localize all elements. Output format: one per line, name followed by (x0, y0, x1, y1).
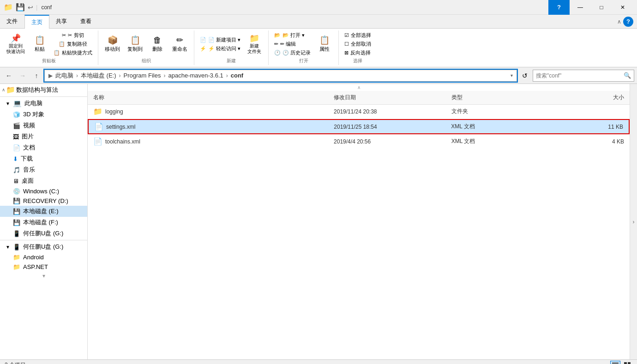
sidebar-item-local-f[interactable]: 💾 本地磁盘 (F:) (0, 217, 87, 228)
title-icons: 📁 💾 ↩ | (4, 3, 37, 12)
sidebar-scroll-down[interactable]: ▾ (0, 272, 87, 280)
tab-share[interactable]: 共享 (49, 15, 74, 28)
sidebar-item-downloads[interactable]: ⬇ 下载 (0, 153, 87, 164)
select-none-icon: ☐ (344, 41, 349, 47)
ribbon-collapse-icon[interactable]: ∧ (617, 18, 621, 25)
minimize-button[interactable]: — (570, 0, 591, 15)
open-buttons: 📂 📂 打开 ▾ ✏ ✏ 编辑 🕐 🕐 历史记录 📋 属性 (272, 31, 335, 57)
sidebar-item-pictures[interactable]: 🖼 图片 (0, 131, 87, 142)
cut-button[interactable]: ✂ ✂ 剪切 (52, 31, 94, 39)
file-row-toolchains[interactable]: 📄 toolchains.xml 2019/4/4 20:56 XML 文档 4… (88, 135, 630, 149)
sidebar-label-local-f: 本地磁盘 (F:) (23, 218, 58, 227)
sidebar-item-windows-c[interactable]: 💿 Windows (C:) (0, 186, 87, 196)
file-type-logging: 文件夹 (450, 107, 546, 116)
organize-buttons: 📦 移动到 📋 复制到 🗑 删除 ✏ 重命名 (102, 31, 190, 57)
col-header-type[interactable]: 类型 (450, 93, 546, 102)
sidebar-item-videos[interactable]: 🎬 视频 (0, 120, 87, 131)
xml-icon-settings: 📄 (94, 122, 103, 131)
maximize-button[interactable]: □ (591, 0, 612, 15)
sidebar-item-label-data: 数据结构与算法 (16, 86, 58, 94)
copy-path-label: 复制路径 (67, 41, 87, 48)
this-pc-icon: 💻 (13, 99, 22, 107)
sidebar-item-local-e[interactable]: 💾 本地磁盘 (E:) (0, 206, 87, 217)
file-row-settings[interactable]: 📄 settings.xml 2019/11/25 18:54 XML 文档 1… (88, 119, 630, 134)
search-input[interactable] (536, 72, 624, 79)
forward-button[interactable]: → (17, 70, 29, 82)
move-to-button[interactable]: 📦 移动到 (102, 35, 123, 54)
file-type-toolchains: XML 文档 (450, 137, 546, 146)
organize-label: 组织 (142, 58, 151, 64)
breadcrumb-program-files[interactable]: Program Files (124, 72, 161, 79)
up-button[interactable]: ↑ (30, 70, 42, 82)
details-view-button[interactable] (610, 361, 620, 364)
sidebar-item-this-pc[interactable]: ▼ 💻 此电脑 (0, 98, 87, 109)
properties-button[interactable]: 📋 属性 (314, 35, 335, 54)
close-button[interactable]: ✕ (612, 0, 633, 15)
tab-file[interactable]: 文件 (0, 15, 24, 28)
sidebar-item-documents[interactable]: 📄 文档 (0, 142, 87, 153)
new-folder-button[interactable]: 📁 新建文件夹 (244, 33, 264, 56)
title-bar: 📁 💾 ↩ | conf ? — □ ✕ (0, 0, 637, 15)
sidebar-item-herpeng-g2[interactable]: ▼ 📱 何任鹏U盘 (G:) (0, 241, 87, 252)
right-panel-toggle[interactable]: › (630, 84, 637, 359)
refresh-button[interactable]: ↺ (519, 70, 531, 82)
history-label: 🕐 历史记录 (282, 49, 311, 56)
help-button[interactable]: ? (548, 0, 570, 15)
back-button[interactable]: ← (3, 70, 15, 82)
sidebar-item-herpeng-g1[interactable]: 📱 何任鹏U盘 (G:) (0, 228, 87, 239)
sidebar-item-desktop[interactable]: 🖥 桌面 (0, 175, 87, 186)
copy-path-button[interactable]: 📋 复制路径 (52, 40, 94, 48)
open-button[interactable]: 📂 📂 打开 ▾ (272, 31, 306, 39)
paste-shortcut-button[interactable]: 📋 粘贴快捷方式 (52, 49, 94, 57)
sidebar-label-pictures: 图片 (22, 132, 34, 141)
search-box[interactable]: 🔍 (533, 70, 634, 82)
rename-button[interactable]: ✏ 重命名 (169, 35, 190, 54)
file-row-logging[interactable]: 📁 logging 2019/11/24 20:38 文件夹 (88, 105, 630, 119)
tab-view[interactable]: 查看 (74, 15, 98, 28)
history-button[interactable]: 🕐 🕐 历史记录 (272, 49, 312, 57)
folder-icon: 📁 (6, 85, 15, 94)
ribbon-content: 📌 固定到快速访问 📋 粘贴 ✂ ✂ 剪切 📋 (0, 29, 637, 67)
open-label: 打开 (299, 58, 308, 64)
breadcrumb-drive[interactable]: 本地磁盘 (E:) (81, 72, 116, 80)
breadcrumb-conf[interactable]: conf (231, 72, 243, 79)
sidebar-item-music[interactable]: 🎵 音乐 (0, 164, 87, 175)
address-box[interactable]: ▶ 此电脑 › 本地磁盘 (E:) › Program Files › apac… (44, 70, 517, 82)
data-structure-section[interactable]: ∧ 📁 数据结构与算法 (0, 84, 87, 95)
new-item-button[interactable]: 📄 📄 新建项目 ▾ (198, 36, 242, 44)
new-item-icon: 📄 (200, 37, 206, 43)
herpeng-g1-icon: 📱 (13, 230, 20, 237)
paste-label: 粘贴 (35, 46, 45, 53)
col-header-size[interactable]: 大小 (546, 93, 626, 102)
large-icons-view-button[interactable] (622, 361, 632, 364)
tab-home[interactable]: 主页 (24, 15, 49, 29)
sidebar-item-3d[interactable]: 🧊 3D 对象 (0, 109, 87, 120)
copy-to-button[interactable]: 📋 复制到 (125, 35, 145, 54)
select-none-button[interactable]: ☐ 全部取消 (343, 40, 373, 48)
sidebar-item-android[interactable]: 📁 Android (0, 252, 87, 262)
breadcrumb-this-pc[interactable]: 此电脑 (55, 72, 73, 80)
paste-shortcut-icon: 📋 (54, 50, 60, 56)
select-all-button[interactable]: ☑ 全部选择 (343, 31, 373, 39)
sidebar-item-recovery-d[interactable]: 💾 RECOVERY (D:) (0, 196, 87, 206)
rename-icon: ✏ (176, 36, 183, 46)
folder-icon-logging: 📁 (93, 107, 102, 116)
col-header-date[interactable]: 修改日期 (332, 93, 450, 102)
paste-button[interactable]: 📋 粘贴 (30, 35, 50, 54)
sidebar-label-windows-c: Windows (C:) (23, 188, 59, 195)
delete-button[interactable]: 🗑 删除 (147, 35, 168, 54)
pin-to-quick-access-button[interactable]: 📌 固定到快速访问 (4, 33, 28, 56)
col-header-name[interactable]: 名称 (91, 93, 332, 102)
address-dropdown-icon[interactable]: ▾ (511, 73, 513, 78)
invert-select-button[interactable]: ⊠ 反向选择 (343, 49, 373, 57)
edit-button[interactable]: ✏ ✏ 编辑 (272, 40, 298, 48)
properties-icon: 📋 (319, 36, 330, 46)
sidebar-item-aspnet[interactable]: 📁 ASP.NET (0, 262, 87, 272)
breadcrumb-maven[interactable]: apache-maven-3.6.1 (168, 72, 223, 79)
address-bar: ← → ↑ ▶ 此电脑 › 本地磁盘 (E:) › Program Files … (0, 67, 637, 84)
ribbon-group-open: 📂 📂 打开 ▾ ✏ ✏ 编辑 🕐 🕐 历史记录 📋 属性 (269, 30, 339, 65)
title-undo-icon[interactable]: ↩ (28, 4, 33, 11)
easy-access-button[interactable]: ⚡ ⚡ 轻松访问 ▾ (198, 45, 242, 53)
file-size-toolchains: 4 KB (546, 137, 626, 146)
ribbon-help-icon[interactable]: ? (623, 17, 633, 27)
